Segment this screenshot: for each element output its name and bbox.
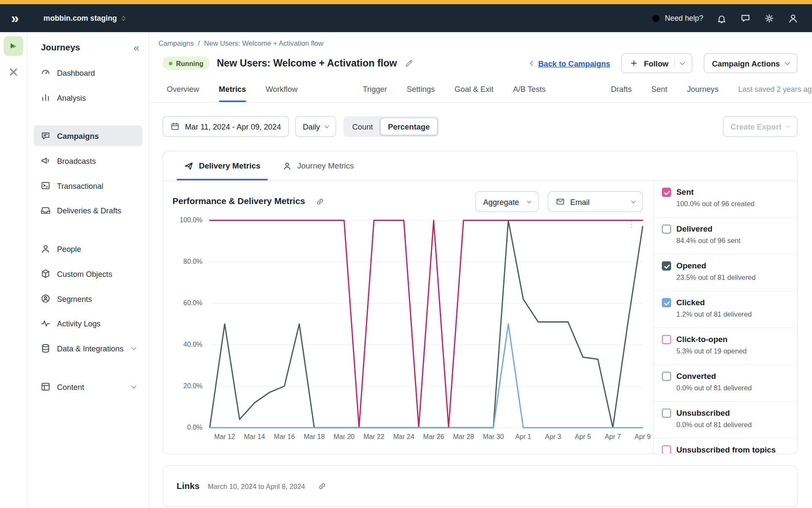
workspace-name: mobbin.com staging: [44, 14, 117, 22]
click-to-open-checkbox[interactable]: [662, 335, 671, 344]
x-axis-tick: Apr 3: [545, 433, 561, 440]
chart-canvas: [210, 219, 643, 429]
tab-drafts[interactable]: Drafts: [611, 85, 632, 102]
sidebar-item-activity-logs[interactable]: Activity Logs: [34, 313, 143, 334]
y-axis-tick: 0.0%: [187, 423, 202, 431]
x-axis-tick: Apr 9: [635, 433, 651, 440]
percentage-toggle-option[interactable]: Percentage: [380, 118, 438, 135]
tab-delivery-metrics[interactable]: Delivery Metrics: [177, 152, 268, 181]
sidebar-item-content[interactable]: Content: [34, 376, 143, 397]
tab-ab-tests[interactable]: A/B Tests: [513, 85, 546, 102]
need-help-button[interactable]: Need help?: [651, 13, 703, 23]
breadcrumb-campaigns[interactable]: Campaigns: [159, 39, 194, 47]
converted-checkbox[interactable]: [662, 372, 671, 381]
chevron-down-icon: [324, 124, 329, 128]
tab-journeys[interactable]: Journeys: [687, 85, 719, 102]
calendar-icon: [170, 122, 180, 131]
people-person-icon: [41, 244, 51, 254]
x-axis-tick: Mar 16: [274, 433, 295, 440]
x-axis-tick: Apr 5: [575, 433, 591, 440]
follow-button[interactable]: Follow: [622, 53, 692, 73]
settings-gear-icon[interactable]: [764, 13, 775, 24]
sidebar-item-data-integrations[interactable]: Data & Integrations: [34, 338, 143, 359]
clicked-checkbox[interactable]: [662, 298, 671, 307]
database-icon: [41, 343, 51, 353]
sidebar-item-transactional[interactable]: Transactional: [34, 175, 143, 196]
tab-goal-exit[interactable]: Goal & Exit: [455, 85, 494, 102]
sidebar-item-dashboard[interactable]: Dashboard: [34, 62, 143, 83]
x-axis-tick: Mar 12: [214, 433, 235, 440]
y-axis-tick: 40.0%: [184, 340, 203, 348]
account-person-icon[interactable]: [787, 13, 798, 24]
y-axis-tick: 80.0%: [184, 258, 203, 265]
links-title: Links: [177, 481, 200, 491]
last-saved-label: Last saved 2 years ago: [738, 85, 812, 102]
chevron-down-icon: [131, 384, 136, 389]
notifications-bell-icon[interactable]: [716, 13, 727, 24]
x-axis-tick: Mar 14: [244, 433, 265, 440]
tab-journey-metrics[interactable]: Journey Metrics: [275, 152, 361, 181]
status-dot: [169, 61, 173, 65]
workspace-switcher[interactable]: mobbin.com staging: [44, 14, 125, 22]
create-export-button[interactable]: Create Export: [723, 116, 798, 137]
analysis-bars-icon: [41, 92, 51, 102]
chart-y-axis: 100.0%80.0%60.0%40.0%20.0%0.0%: [173, 219, 210, 429]
chevron-down-icon: [785, 60, 790, 65]
interval-select[interactable]: Daily: [295, 116, 336, 137]
sidebar-item-custom-objects[interactable]: Custom Objects: [34, 263, 143, 284]
breadcrumb-separator: /: [198, 39, 200, 47]
app-logo-icon[interactable]: »: [6, 9, 24, 27]
legend-item-clicked: Clicked 1.2% out of 81 delivered: [653, 291, 797, 328]
messages-chat-icon[interactable]: [740, 13, 751, 24]
unsubscribed-from-topics-checkbox[interactable]: [662, 445, 671, 454]
sidebar-item-people[interactable]: People: [34, 238, 143, 259]
tab-metrics[interactable]: Metrics: [219, 85, 246, 102]
tab-settings[interactable]: Settings: [407, 85, 435, 102]
campaign-actions-button[interactable]: Campaign Actions: [704, 53, 798, 73]
series-line-clicked: [210, 324, 643, 428]
links-card: Links March 10, 2024 to April 8, 2024: [162, 466, 797, 507]
sidebar-collapse-icon[interactable]: «: [134, 42, 140, 52]
data-pipelines-product-icon[interactable]: [8, 66, 19, 78]
sidebar-item-segments[interactable]: Segments: [34, 288, 143, 309]
y-axis-tick: 60.0%: [184, 299, 203, 307]
tab-workflow[interactable]: Workflow: [266, 85, 297, 102]
sidebar: Journeys « Dashboard Analysis Campaigns …: [27, 32, 149, 508]
x-axis-tick: Mar 28: [453, 433, 474, 440]
date-range-picker[interactable]: Mar 11, 2024 - Apr 09, 2024: [162, 116, 288, 137]
chart-plot-area[interactable]: ⋮: [210, 219, 643, 429]
chevron-down-icon: [631, 199, 635, 203]
journeys-product-icon[interactable]: [4, 36, 24, 56]
legend-item-converted: Converted 0.0% out of 81 delivered: [653, 365, 797, 402]
x-axis-tick: Apr 7: [605, 433, 621, 440]
sidebar-item-campaigns[interactable]: Campaigns: [34, 125, 143, 146]
breadcrumb-current: New Users: Welcome + Activation flow: [204, 39, 324, 47]
edit-pencil-icon[interactable]: [404, 58, 414, 68]
unsubscribed-checkbox[interactable]: [662, 409, 671, 418]
back-to-campaigns-link[interactable]: Back to Campaigns: [531, 59, 610, 68]
opened-checkbox[interactable]: [662, 261, 671, 271]
anchor-link-icon[interactable]: [315, 197, 325, 206]
sent-checkbox[interactable]: [662, 188, 671, 197]
chevron-down-icon: [131, 345, 136, 350]
status-badge: Running: [162, 56, 209, 70]
tab-overview[interactable]: Overview: [167, 85, 199, 102]
content-icon: [41, 381, 51, 392]
aggregate-select[interactable]: Aggregate: [475, 191, 538, 212]
chart-section-title: Performance & Delivery Metrics: [173, 196, 305, 207]
tab-trigger[interactable]: Trigger: [363, 85, 387, 102]
dashboard-gauge-icon: [41, 67, 51, 77]
anchor-link-icon[interactable]: [318, 482, 327, 491]
delivered-checkbox[interactable]: [662, 224, 671, 234]
channel-select[interactable]: Email: [548, 191, 643, 212]
sidebar-item-analysis[interactable]: Analysis: [34, 87, 143, 108]
legend-item-sent: Sent 100.0% out of 96 created: [653, 181, 797, 218]
x-axis-tick: Apr 1: [515, 433, 531, 440]
count-toggle-option[interactable]: Count: [345, 118, 380, 135]
x-axis-tick: Mar 18: [304, 433, 325, 440]
sidebar-item-deliveries-drafts[interactable]: Deliveries & Drafts: [34, 200, 143, 221]
person-icon: [282, 161, 292, 171]
delivery-metrics-chart: 100.0%80.0%60.0%40.0%20.0%0.0% ⋮ Mar 12M…: [173, 219, 643, 443]
tab-sent[interactable]: Sent: [651, 85, 667, 102]
sidebar-item-broadcasts[interactable]: Broadcasts: [34, 150, 143, 171]
